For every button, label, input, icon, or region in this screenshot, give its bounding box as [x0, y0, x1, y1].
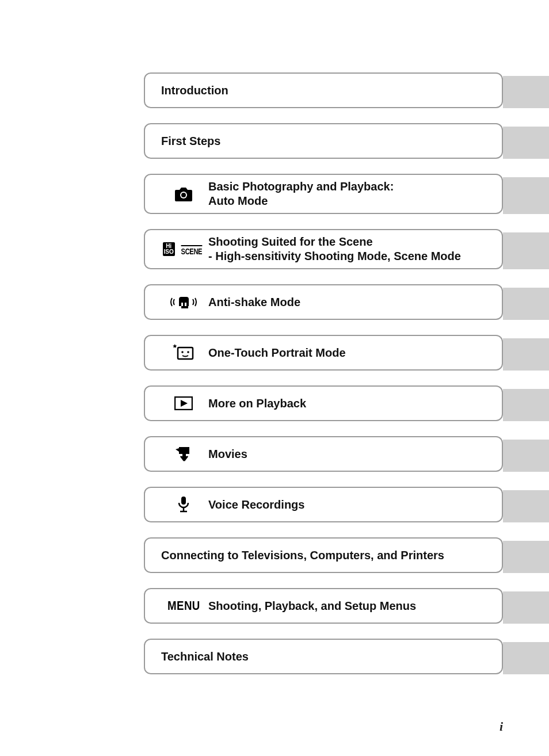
toc-title: Shooting, Playback, and Setup Menus	[208, 599, 416, 613]
tab-marker	[503, 591, 549, 624]
toc-row: More on Playback	[144, 385, 549, 421]
toc-title-line1: Basic Photography and Playback:	[208, 180, 394, 193]
toc-row: First Steps	[144, 123, 549, 159]
toc-row: Basic Photography and Playback: Auto Mod…	[144, 174, 549, 214]
tab-marker	[503, 76, 549, 108]
toc-title-line2: Auto Mode	[208, 194, 394, 208]
toc-row: Movies	[144, 436, 549, 472]
toc-title-line1: Shooting Suited for the Scene	[208, 235, 373, 248]
page-number: i	[500, 719, 503, 734]
toc-title: More on Playback	[208, 396, 306, 411]
svg-point-5	[187, 351, 189, 353]
toc-row: HiISO SCENE Shooting Suited for the Scen…	[144, 229, 549, 269]
toc-card-movies[interactable]: Movies	[144, 436, 503, 472]
toc-card-introduction[interactable]: Introduction	[144, 72, 503, 108]
tab-marker	[503, 232, 549, 269]
toc-card-scene-mode[interactable]: HiISO SCENE Shooting Suited for the Scen…	[144, 229, 503, 269]
tab-marker	[503, 642, 549, 674]
svg-rect-8	[182, 454, 186, 456]
svg-rect-7	[179, 447, 189, 454]
tab-marker	[503, 338, 549, 371]
toc-card-first-steps[interactable]: First Steps	[144, 123, 503, 159]
toc-title: Voice Recordings	[208, 498, 304, 512]
toc-title: Anti-shake Mode	[208, 295, 300, 310]
toc-card-menus[interactable]: MENU Shooting, Playback, and Setup Menus	[144, 588, 503, 624]
tab-marker	[503, 440, 549, 472]
svg-rect-3	[178, 348, 193, 359]
toc-title: First Steps	[159, 134, 220, 148]
svg-rect-2	[181, 306, 188, 308]
playback-icon	[159, 396, 208, 410]
toc-card-playback[interactable]: More on Playback	[144, 385, 503, 421]
tab-marker	[503, 541, 549, 573]
hi-iso-icon: HiISO	[163, 242, 175, 256]
toc-title: Basic Photography and Playback: Auto Mod…	[208, 180, 394, 208]
movie-icon	[159, 446, 208, 462]
toc-container: Introduction First Steps Basic Photograp…	[144, 72, 549, 689]
svg-point-1	[181, 193, 186, 197]
toc-title: Technical Notes	[159, 650, 249, 664]
toc-card-connecting[interactable]: Connecting to Televisions, Computers, an…	[144, 537, 503, 573]
toc-card-portrait[interactable]: One-Touch Portrait Mode	[144, 335, 503, 371]
toc-card-technical-notes[interactable]: Technical Notes	[144, 639, 503, 674]
toc-row: Voice Recordings	[144, 487, 549, 522]
toc-title: Connecting to Televisions, Computers, an…	[159, 548, 444, 563]
toc-card-basic-photography[interactable]: Basic Photography and Playback: Auto Mod…	[144, 174, 503, 214]
toc-title-line2: - High-sensitivity Shooting Mode, Scene …	[208, 249, 461, 264]
svg-rect-9	[181, 497, 186, 505]
toc-row: Anti-shake Mode	[144, 284, 549, 320]
toc-row: Technical Notes	[144, 639, 549, 674]
scene-word-icon: SCENE	[181, 245, 202, 256]
svg-point-4	[181, 351, 184, 353]
toc-row: MENU Shooting, Playback, and Setup Menus	[144, 588, 549, 624]
toc-card-voice[interactable]: Voice Recordings	[144, 487, 503, 522]
antishake-icon	[159, 293, 208, 311]
tab-marker	[503, 177, 549, 214]
toc-row: Connecting to Televisions, Computers, an…	[144, 537, 549, 573]
toc-title: Movies	[208, 447, 247, 461]
tab-marker	[503, 127, 549, 159]
scene-icon: HiISO SCENE	[159, 242, 208, 256]
portrait-icon	[159, 344, 208, 361]
toc-title: One-Touch Portrait Mode	[208, 346, 346, 360]
microphone-icon	[159, 496, 208, 513]
toc-title: Shooting Suited for the Scene - High-sen…	[208, 235, 461, 264]
tab-marker	[503, 389, 549, 421]
toc-title: Introduction	[159, 83, 228, 98]
tab-marker	[503, 288, 549, 320]
menu-icon: MENU	[159, 598, 208, 613]
toc-row: Introduction	[144, 72, 549, 108]
tab-marker	[503, 490, 549, 522]
toc-card-anti-shake[interactable]: Anti-shake Mode	[144, 284, 503, 320]
camera-icon	[159, 186, 208, 201]
toc-row: One-Touch Portrait Mode	[144, 335, 549, 371]
